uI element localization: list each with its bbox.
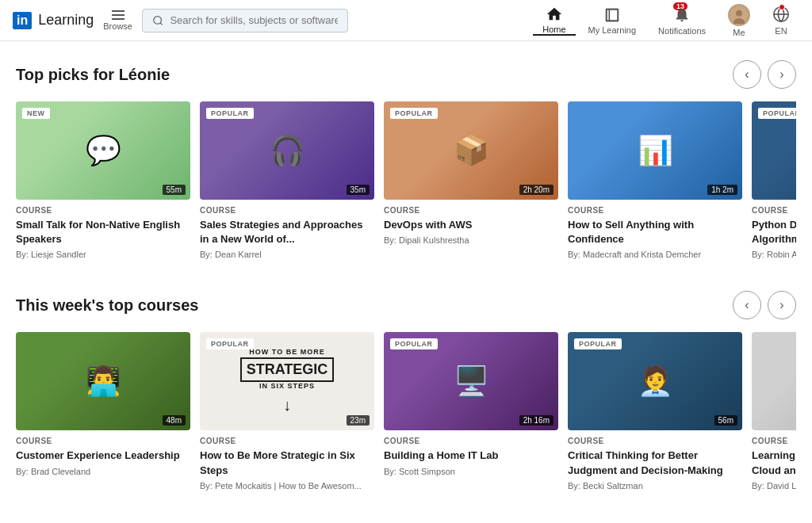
browse-button[interactable]: Browse (103, 10, 132, 31)
top-picks-header: Top picks for Léonie ‹ › (16, 60, 796, 89)
course-title: Python Data S... Algorithms (752, 218, 796, 246)
nav-home-label: Home (542, 25, 565, 34)
nav-notifications[interactable]: 13 Notifications (649, 6, 715, 36)
course-card[interactable]: 🖥️ POPULAR 2h 16m COURSE Building a Home… (384, 332, 558, 496)
course-author: By: Liesje Sandler (16, 250, 190, 259)
course-info: COURSE Python Data S... Algorithms By: R… (752, 200, 796, 265)
course-badge: POPULAR (758, 108, 796, 119)
top-courses-prev[interactable]: ‹ (733, 291, 761, 319)
course-card[interactable]: 👨‍💻 48m COURSE Customer Experience Leade… (16, 332, 190, 496)
course-card[interactable]: HOW TO BE MORE STRATEGIC IN SIX STEPS ↓ … (200, 332, 374, 496)
nav-me-label: Me (733, 28, 745, 37)
course-info: COURSE Building a Home IT Lab By: Scott … (384, 430, 558, 482)
course-type: COURSE (16, 437, 190, 445)
course-duration: 23m (347, 415, 370, 426)
app-title: Learning (38, 12, 94, 29)
course-thumbnail: ☁️ (752, 332, 796, 430)
notification-badge: 13 (673, 2, 688, 10)
linkedin-logo: in (13, 12, 32, 29)
course-title: Learning Clou... Cloud and De... (752, 449, 796, 477)
course-card[interactable]: 📊 1h 2m COURSE How to Sell Anything with… (568, 101, 742, 265)
course-author: By: Scott Simpson (384, 467, 558, 476)
logo[interactable]: in Learning (13, 12, 94, 29)
course-duration: 1h 2m (707, 185, 737, 195)
course-title: How to Be More Strategic in Six Steps (200, 449, 374, 477)
header: in Learning Browse Home My Learning (0, 0, 812, 41)
course-thumbnail: 📊 1h 2m (568, 101, 742, 200)
course-card[interactable]: 🧑‍💼 POPULAR 56m COURSE Critical Thinking… (568, 332, 742, 496)
course-title: Customer Experience Leadership (16, 449, 190, 463)
avatar (728, 4, 750, 26)
svg-point-0 (154, 16, 162, 24)
top-courses-section: This week's top courses ‹ › 👨‍💻 48m COUR… (16, 291, 796, 496)
course-info: COURSE Learning Clou... Cloud and De... … (752, 430, 796, 496)
course-title: Building a Home IT Lab (384, 449, 558, 463)
course-duration: 55m (163, 185, 186, 195)
nav-my-learning[interactable]: My Learning (579, 6, 646, 35)
course-thumbnail: 📦 POPULAR 2h 20m (384, 101, 558, 200)
course-card[interactable]: 💻 POPULAR COURSE Python Data S... Algori… (752, 101, 796, 265)
course-type: COURSE (200, 437, 374, 445)
course-badge: POPULAR (206, 338, 254, 349)
course-badge: POPULAR (206, 108, 254, 119)
top-courses-title: This week's top courses (16, 296, 733, 315)
browse-label: Browse (103, 21, 132, 31)
course-type: COURSE (384, 206, 558, 215)
course-badge: POPULAR (574, 338, 622, 349)
course-badge: POPULAR (390, 338, 438, 349)
course-card[interactable]: 📦 POPULAR 2h 20m COURSE DevOps with AWS … (384, 101, 558, 265)
course-thumbnail: HOW TO BE MORE STRATEGIC IN SIX STEPS ↓ … (200, 332, 374, 430)
course-card[interactable]: 🎧 POPULAR 35m COURSE Sales Strategies an… (200, 101, 374, 265)
home-icon (546, 6, 563, 23)
top-picks-cards: 💬 NEW 55m COURSE Small Talk for Non-Nati… (16, 101, 796, 265)
course-type: COURSE (200, 206, 374, 215)
course-author: By: Brad Cleveland (16, 467, 190, 476)
nav-notifications-label: Notifications (658, 26, 706, 36)
course-title: Critical Thinking for Better Judgment an… (568, 449, 742, 477)
course-author: By: Dipali Kulshrestha (384, 235, 558, 245)
top-courses-arrows: ‹ › (733, 291, 796, 319)
course-type: COURSE (568, 206, 742, 215)
course-author: By: David Linthicu... (752, 481, 796, 491)
course-info: COURSE Customer Experience Leadership By… (16, 430, 190, 482)
course-title: Small Talk for Non-Native English Speake… (16, 218, 190, 246)
course-info: COURSE DevOps with AWS By: Dipali Kulshr… (384, 200, 558, 251)
search-input[interactable] (170, 14, 338, 26)
top-courses-next[interactable]: › (768, 291, 796, 319)
course-title: How to Sell Anything with Confidence (568, 218, 742, 246)
course-card[interactable]: 💬 NEW 55m COURSE Small Talk for Non-Nati… (16, 101, 190, 265)
top-picks-prev[interactable]: ‹ (733, 60, 761, 89)
top-picks-next[interactable]: › (768, 60, 796, 89)
course-info: COURSE Small Talk for Non-Native English… (16, 200, 190, 265)
nav-home[interactable]: Home (533, 6, 575, 36)
course-thumbnail: 💬 NEW 55m (16, 101, 190, 200)
svg-line-1 (160, 22, 163, 25)
course-duration: 56m (714, 415, 737, 426)
course-title: Sales Strategies and Approaches in a New… (200, 218, 374, 246)
course-card[interactable]: ☁️ COURSE Learning Clou... Cloud and De.… (752, 332, 796, 496)
search-bar[interactable] (142, 9, 348, 32)
search-icon (152, 14, 163, 27)
nav-language[interactable]: EN (763, 6, 799, 36)
course-author: By: Pete Mockaitis | How to Be Awesom... (200, 481, 374, 491)
course-thumbnail: 🎧 POPULAR 35m (200, 101, 374, 200)
svg-point-5 (736, 10, 742, 16)
course-badge: POPULAR (390, 108, 438, 119)
course-thumbnail: 👨‍💻 48m (16, 332, 190, 430)
course-thumbnail: 💻 POPULAR (752, 101, 796, 200)
course-type: COURSE (16, 206, 190, 215)
top-courses-header: This week's top courses ‹ › (16, 291, 796, 319)
browse-icon (112, 10, 124, 20)
course-info: COURSE Critical Thinking for Better Judg… (568, 430, 742, 496)
nav-me[interactable]: Me (718, 4, 760, 37)
course-author: By: Becki Saltzman (568, 481, 742, 491)
course-info: COURSE How to Sell Anything with Confide… (568, 200, 742, 265)
nav-my-learning-label: My Learning (588, 25, 637, 35)
course-type: COURSE (384, 437, 558, 445)
book-icon (603, 6, 621, 24)
course-author: By: Robin Andrew... (752, 250, 796, 259)
course-info: COURSE Sales Strategies and Approaches i… (200, 200, 374, 265)
course-duration: 2h 16m (519, 415, 553, 426)
course-type: COURSE (752, 206, 796, 215)
course-badge: NEW (22, 108, 50, 119)
